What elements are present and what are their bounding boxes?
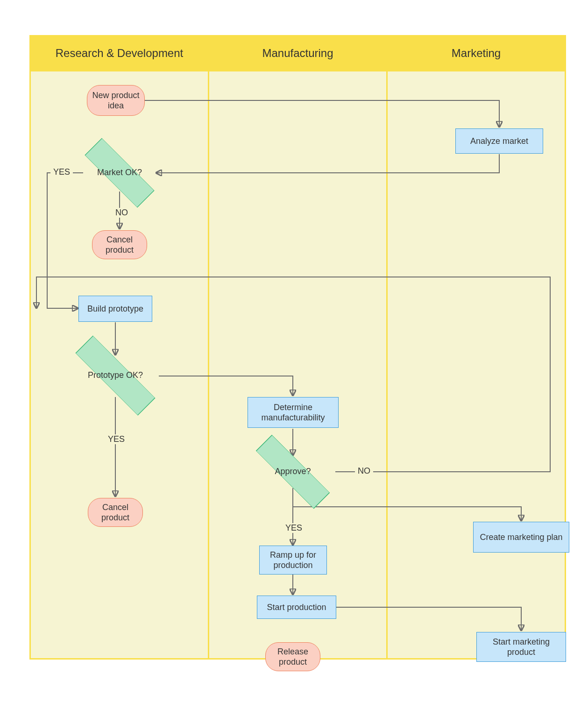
label-market-no: NO bbox=[113, 208, 131, 218]
lane-mkt-body bbox=[386, 70, 566, 660]
swimlane-flowchart: Research & Development Manufacturing Mar… bbox=[0, 0, 588, 724]
process-start-production: Start production bbox=[257, 596, 336, 619]
lane-rd-header: Research & Development bbox=[29, 35, 209, 71]
lane-mfg-header: Manufacturing bbox=[208, 35, 388, 71]
label-approve-no: NO bbox=[355, 466, 373, 476]
label-market-yes: YES bbox=[50, 167, 73, 177]
process-build-prototype: Build prototype bbox=[78, 296, 152, 322]
process-analyze-market: Analyze market bbox=[455, 128, 543, 154]
lane-mkt-header: Marketing bbox=[386, 35, 566, 71]
label-proto-yes: YES bbox=[105, 434, 128, 444]
terminator-new-idea: New product idea bbox=[87, 85, 145, 116]
terminator-cancel-1: Cancel product bbox=[92, 230, 147, 259]
label-approve-yes: YES bbox=[283, 523, 305, 533]
process-create-plan: Create marketing plan bbox=[473, 522, 569, 553]
process-ramp-up: Ramp up for production bbox=[259, 546, 327, 575]
process-determine-mfg: Determine manufacturability bbox=[248, 397, 339, 428]
terminator-cancel-2: Cancel product bbox=[88, 498, 143, 527]
lane-rd-body bbox=[29, 70, 209, 660]
process-start-marketing: Start marketing product bbox=[476, 632, 566, 662]
terminator-release: Release product bbox=[265, 642, 320, 671]
